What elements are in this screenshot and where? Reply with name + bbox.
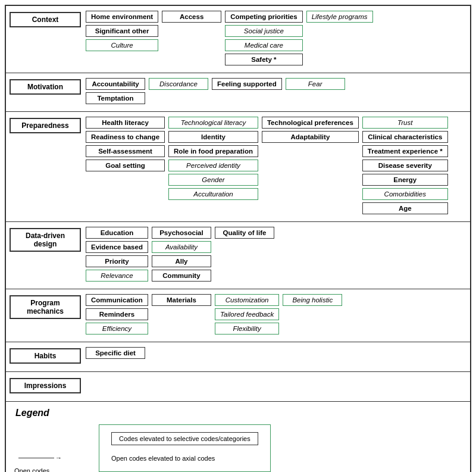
box-goal-setting: Goal setting — [86, 160, 165, 171]
box-clinical-characteristics: Clinical characteristics — [362, 131, 448, 143]
box-specific-diet: Specific diet — [86, 347, 145, 359]
label-impressions: Impressions — [10, 378, 81, 393]
section-program-mechanics: Program mechanics Communication Reminder… — [6, 289, 470, 342]
box-feeling-supported: Feeling supported — [212, 78, 282, 90]
content-habits: Specific diet — [86, 347, 466, 361]
box-fear: Fear — [286, 78, 345, 90]
legend-open-codes: Open codes — [14, 467, 49, 472]
box-education: Education — [86, 227, 148, 239]
col-1: Home environment Significant other Cultu… — [86, 11, 158, 51]
label-habits: Habits — [10, 348, 81, 364]
box-tailored-feedback: Tailored feedback — [215, 308, 279, 320]
box-disease-severity: Disease severity — [362, 160, 448, 171]
col-pm3: Customization Tailored feedback Flexibil… — [215, 294, 279, 335]
main-container: Context Home environment Significant oth… — [5, 5, 471, 472]
box-customization: Customization — [215, 294, 279, 306]
box-culture: Culture — [86, 39, 158, 51]
box-quality-of-life: Quality of life — [215, 227, 274, 239]
box-psychosocial: Psychosocial — [152, 227, 211, 239]
col-d1: Education Evidence based Priority Releva… — [86, 227, 148, 282]
col-pm2: Materials — [152, 294, 211, 306]
box-access: Access — [162, 11, 221, 23]
box-availability: Availability — [152, 241, 211, 253]
box-significant-other: Significant other — [86, 25, 158, 37]
content-program-mechanics: Communication Reminders Efficiency Mater… — [86, 294, 466, 337]
col-p1: Health literacy Readiness to change Self… — [86, 117, 165, 171]
col-h1: Specific diet — [86, 347, 145, 359]
label-motivation: Motivation — [10, 79, 81, 95]
section-habits: Habits Specific diet — [6, 342, 470, 372]
legend-text2: Open codes elevated to axial codes — [111, 455, 258, 462]
col-m4: Fear — [286, 78, 345, 90]
col-d2: Psychosocial Availability Ally Community — [152, 227, 211, 282]
legend-box1: Codes elevated to selective codes/catego… — [111, 432, 258, 445]
box-identity: Identity — [168, 131, 258, 143]
box-readiness-to-change: Readiness to change — [86, 131, 165, 143]
box-technological-literacy: Technological literacy — [168, 117, 258, 129]
box-lifestyle-programs: Lifestyle programs — [306, 11, 373, 23]
col-pm1: Communication Reminders Efficiency — [86, 294, 148, 335]
col-m1: Accountability Temptation — [86, 78, 145, 104]
box-gender: Gender — [168, 174, 258, 186]
box-flexibility: Flexibility — [215, 323, 279, 335]
box-adaptability: Adaptability — [262, 131, 359, 143]
box-safety: Safety * — [225, 54, 302, 65]
box-energy: Energy — [362, 174, 448, 186]
legend-content: Codes elevated to selective codes/catego… — [99, 424, 271, 472]
box-age: Age — [362, 202, 448, 214]
label-preparedness: Preparedness — [10, 118, 81, 133]
box-communication: Communication — [86, 294, 148, 306]
col-p4: Trust Clinical characteristics Treatment… — [362, 117, 448, 214]
col-p2: Technological literacy Identity Role in … — [168, 117, 258, 200]
box-temptation: Temptation — [86, 92, 145, 104]
content-context: Home environment Significant other Cultu… — [86, 11, 466, 68]
box-priority: Priority — [86, 255, 148, 267]
col-4: Lifestyle programs — [306, 11, 373, 23]
box-perceived-identity: Perceived identity — [168, 160, 258, 171]
box-acculturation: Acculturation — [168, 188, 258, 200]
box-social-justice: Social justice — [225, 25, 302, 37]
col-3: Competing priorities Social justice Medi… — [225, 11, 302, 65]
col-m2: Discordance — [149, 78, 208, 90]
box-comorbidities: Comorbidities — [362, 188, 448, 200]
col-2: Access — [162, 11, 221, 23]
col-pm4: Being holistic — [283, 294, 342, 306]
label-program-mechanics: Program mechanics — [10, 295, 81, 319]
section-context: Context Home environment Significant oth… — [6, 6, 470, 73]
col-m3: Feeling supported — [212, 78, 282, 90]
box-trust: Trust — [362, 117, 448, 129]
label-data-driven: Data-driven design — [10, 228, 81, 252]
box-medical-care: Medical care — [225, 39, 302, 51]
content-motivation: Accountability Temptation Discordance Fe… — [86, 78, 466, 107]
section-impressions: Impressions — [6, 372, 470, 402]
box-reminders: Reminders — [86, 308, 148, 320]
box-relevance: Relevance — [86, 270, 148, 282]
content-data-driven: Education Evidence based Priority Releva… — [86, 227, 466, 284]
box-competing-priorities: Competing priorities — [225, 11, 302, 23]
box-self-assessment: Self-assessment — [86, 145, 165, 157]
box-treatment-experience: Treatment experience * — [362, 145, 448, 157]
label-context: Context — [10, 12, 81, 27]
legend-arrow-line: → — [18, 454, 62, 461]
col-p3: Technological preferences Adaptability — [262, 117, 359, 143]
box-being-holistic: Being holistic — [283, 294, 342, 306]
box-role-in-food: Role in food preparation — [168, 145, 258, 157]
section-data-driven: Data-driven design Education Evidence ba… — [6, 222, 470, 289]
box-evidence-based: Evidence based — [86, 241, 148, 253]
section-motivation: Motivation Accountability Temptation Dis… — [6, 73, 470, 112]
box-technological-preferences: Technological preferences — [262, 117, 359, 129]
box-discordance: Discordance — [149, 78, 208, 90]
section-preparedness: Preparedness Health literacy Readiness t… — [6, 112, 470, 222]
box-accountability: Accountability — [86, 78, 145, 90]
box-health-literacy: Health literacy — [86, 117, 165, 129]
box-ally: Ally — [152, 255, 211, 267]
box-home-environment: Home environment — [86, 11, 158, 23]
box-materials: Materials — [152, 294, 211, 306]
legend-section: Legend Codes elevated to selective codes… — [6, 402, 470, 472]
col-d3: Quality of life — [215, 227, 274, 239]
box-efficiency: Efficiency — [86, 323, 148, 335]
box-community: Community — [152, 270, 211, 282]
content-preparedness: Health literacy Readiness to change Self… — [86, 117, 466, 217]
legend-title: Legend — [15, 408, 461, 418]
